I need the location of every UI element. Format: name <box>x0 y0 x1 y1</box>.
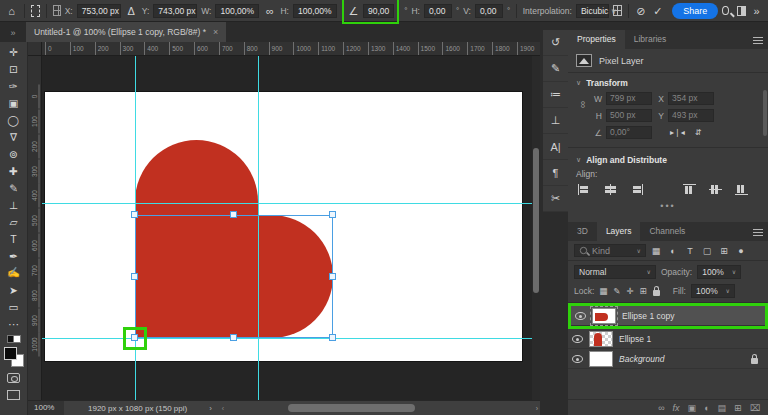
close-tab-icon[interactable]: × <box>213 27 218 37</box>
link-wh-icon[interactable]: ∞ <box>578 101 589 108</box>
align-bottom-edges-icon[interactable] <box>735 184 748 195</box>
transform-section-header[interactable]: ∨ Transform <box>568 73 768 91</box>
horizontal-scrollbar-thumb[interactable] <box>288 404 415 412</box>
lock-all-icon[interactable] <box>653 290 660 296</box>
frame-tool[interactable]: ▣ <box>2 94 26 111</box>
opacity-select[interactable]: 100%∨ <box>697 265 741 279</box>
home-icon[interactable]: ⌂ <box>5 1 18 21</box>
visibility-eye-icon[interactable] <box>572 355 583 363</box>
link-dimensions-icon[interactable]: ∞ <box>263 1 276 21</box>
align-top-edges-icon[interactable] <box>683 184 696 195</box>
align-horizontal-centers-icon[interactable] <box>604 184 617 195</box>
layer-thumbnail[interactable] <box>592 308 616 324</box>
document-tab[interactable]: Untitled-1 @ 100% (Ellipse 1 copy, RGB/8… <box>26 22 226 42</box>
lock-pixels-icon[interactable]: ✎ <box>613 286 620 296</box>
lasso-tool[interactable]: ◯ <box>2 111 26 128</box>
status-arrow-icon[interactable]: ‹ <box>222 405 224 412</box>
layer-filter-select[interactable]: Kind ∨ <box>574 244 646 257</box>
foreground-color-swatch[interactable] <box>4 347 17 360</box>
align-right-edges-icon[interactable] <box>630 184 643 195</box>
curvature-pen-tool[interactable]: ✍ <box>2 264 26 281</box>
panel-scrollbar-thumb[interactable] <box>763 90 767 136</box>
transform-handle-bottom-right[interactable] <box>329 334 336 341</box>
link-layers-icon[interactable]: ∞ <box>658 403 664 413</box>
workspace-icon[interactable] <box>737 6 746 16</box>
filter-adjustment-layers-icon[interactable]: ◐ <box>667 246 679 256</box>
clone-source-panel-icon[interactable]: ⊥ <box>543 108 568 134</box>
move-tool[interactable]: ✛ <box>2 43 26 60</box>
layer-style-icon[interactable]: fx <box>673 403 680 413</box>
transform-handle-top-left[interactable] <box>131 211 138 218</box>
tool-presets-panel-icon[interactable]: ≔ <box>543 82 568 108</box>
prop-w-input[interactable]: 799 px <box>606 92 652 105</box>
filter-shape-layers-icon[interactable]: ▢ <box>701 246 713 256</box>
width-input[interactable]: 100,00% <box>215 4 259 18</box>
default-swatches-icon[interactable] <box>7 335 21 343</box>
vertical-scrollbar-thumb[interactable] <box>533 148 539 293</box>
align-more-button[interactable]: ••• <box>568 197 768 211</box>
lock-transparency-icon[interactable]: ▦ <box>599 286 607 296</box>
color-swatches[interactable] <box>4 347 24 367</box>
filter-type-layers-icon[interactable]: T <box>684 246 696 256</box>
crop-tool[interactable]: ⊡ <box>2 60 26 77</box>
align-left-edges-icon[interactable] <box>578 184 591 195</box>
blend-mode-select[interactable]: Normal∨ <box>574 265 656 279</box>
zoom-level[interactable]: 100% <box>28 401 64 415</box>
height-input[interactable]: 100,00% <box>293 4 337 18</box>
layer-row[interactable]: Ellipse 1 copy <box>571 306 765 326</box>
eyedropper-tool[interactable]: ✑ <box>2 77 26 94</box>
lock-artboard-icon[interactable]: ⊞ <box>640 286 647 296</box>
polygonal-lasso-tool[interactable]: ∇ <box>2 128 26 145</box>
new-layer-icon[interactable]: ⊞ <box>734 403 742 413</box>
filter-pixel-layers-icon[interactable]: ▦ <box>650 246 662 256</box>
skew-v-input[interactable]: 0,00 <box>475 4 503 18</box>
brush-tool[interactable]: ✎ <box>2 179 26 196</box>
fill-select[interactable]: 100%∨ <box>691 284 735 298</box>
vertical-ruler[interactable]: 01002003004005006007008009001000 <box>28 56 42 400</box>
flip-vertical-icon[interactable]: ⇵ <box>695 128 702 137</box>
panel-menu-icon[interactable] <box>753 37 763 44</box>
tab-channels[interactable]: Channels <box>640 222 694 241</box>
prop-y-input[interactable]: 493 px <box>668 109 714 122</box>
screen-mode-icon[interactable] <box>7 390 20 400</box>
quick-mask-icon[interactable] <box>7 373 20 383</box>
transform-handle-bottom-center[interactable] <box>230 334 237 341</box>
path-selection-tool[interactable]: ➤ <box>2 281 26 298</box>
horizontal-ruler[interactable]: 0100200300400500600700800900100011001200… <box>42 42 540 56</box>
edit-toolbar[interactable]: ⋯ <box>2 315 26 332</box>
reference-point-icon[interactable] <box>53 5 61 16</box>
rotation-input[interactable]: 90,00 <box>363 4 394 18</box>
transform-tool-icon[interactable] <box>31 5 41 17</box>
layer-row[interactable]: Ellipse 1 <box>568 329 768 349</box>
guide-horizontal-2[interactable] <box>42 338 533 339</box>
tab-libraries[interactable]: Libraries <box>625 30 676 49</box>
filter-pin-icon[interactable]: ● <box>735 246 747 256</box>
transform-handle-middle-right[interactable] <box>329 273 336 280</box>
visibility-eye-icon[interactable] <box>572 335 583 343</box>
filter-smart-objects-icon[interactable]: ⊞ <box>718 246 730 256</box>
warp-mode-icon[interactable] <box>613 5 621 16</box>
share-button[interactable]: Share <box>672 3 718 19</box>
panel-menu-icon[interactable] <box>753 229 763 236</box>
quick-selection-tool[interactable]: ⊚ <box>2 145 26 162</box>
prop-x-input[interactable]: 354 px <box>668 92 714 105</box>
transform-handle-top-center[interactable] <box>230 211 237 218</box>
character-panel-icon[interactable]: A| <box>543 134 568 160</box>
document-viewport[interactable] <box>42 56 540 400</box>
commit-transform-icon[interactable]: ✓ <box>651 1 664 21</box>
cancel-transform-icon[interactable]: ⊘ <box>634 1 647 21</box>
flip-horizontal-icon[interactable]: ▸❘◂ <box>670 128 685 137</box>
tab-overflow-icon[interactable]: » <box>0 24 26 42</box>
transform-bounding-box[interactable] <box>135 215 333 338</box>
brush-settings-panel-icon[interactable]: ✎ <box>543 56 568 82</box>
lock-position-icon[interactable]: ✛ <box>626 286 633 296</box>
search-icon[interactable] <box>722 6 729 15</box>
transform-handle-top-right[interactable] <box>329 211 336 218</box>
y-input[interactable]: 743,00 px <box>153 4 197 18</box>
new-group-icon[interactable]: ▤ <box>718 403 727 413</box>
visibility-eye-icon[interactable] <box>575 312 586 320</box>
prop-angle-input[interactable]: 0,00° <box>606 126 652 139</box>
type-tool[interactable]: T <box>2 230 26 247</box>
spot-healing-brush-tool[interactable]: ✚ <box>2 162 26 179</box>
clone-stamp-tool[interactable]: ⊥ <box>2 196 26 213</box>
